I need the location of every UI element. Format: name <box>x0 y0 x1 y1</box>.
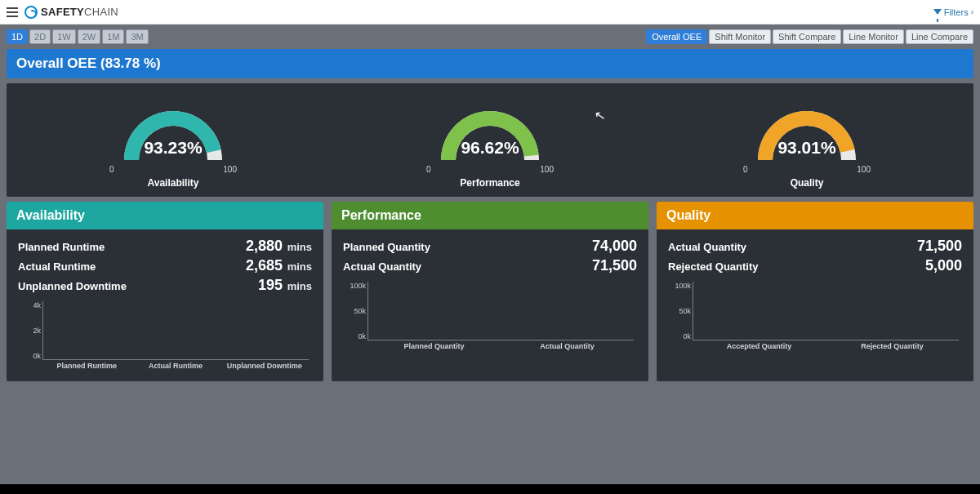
gauge-availability: 93.23% 0100 Availability <box>100 95 247 189</box>
gauge-max: 100 <box>223 165 237 174</box>
stat-label: Unplanned Downtime <box>18 280 127 292</box>
brand-text-1: SAFETY <box>41 6 84 18</box>
svg-text:93.23%: 93.23% <box>144 138 203 157</box>
gauge-max: 100 <box>540 165 554 174</box>
gauge-max: 100 <box>857 165 871 174</box>
filters-label: Filters <box>944 7 969 17</box>
panel-availability: Availability Planned Runtime2,880 minsAc… <box>7 202 323 381</box>
chart-quality: 100k50k0kAccepted QuantityRejected Quant… <box>668 282 962 355</box>
gauge-quality: 93.01% 0100 Quality <box>733 95 880 189</box>
stat-label: Planned Runtime <box>18 241 105 253</box>
top-bar: SAFETYCHAIN Filters › <box>0 0 980 24</box>
stat-label: Rejected Quantity <box>668 260 759 273</box>
stat-value: 5,000 <box>925 257 962 274</box>
range-3M[interactable]: 3M <box>126 29 148 44</box>
tab-shift-monitor[interactable]: Shift Monitor <box>709 29 771 44</box>
stat-row: Actual Quantity71,500 <box>668 238 962 255</box>
stat-label: Actual Runtime <box>18 260 96 273</box>
filters-button[interactable]: Filters › <box>933 7 973 17</box>
stat-label: Actual Quantity <box>343 260 421 273</box>
range-1M[interactable]: 1M <box>102 29 124 44</box>
overall-oee-value: 83.78 % <box>105 56 156 71</box>
panel-performance: Performance Planned Quantity74,000Actual… <box>332 202 648 381</box>
stat-value: 74,000 <box>592 238 637 254</box>
gauge-quality-svg: 93.01% <box>742 95 872 168</box>
panel-performance-header: Performance <box>332 202 648 229</box>
brand-text-2: CHAIN <box>84 6 118 18</box>
chart-x-axis: Planned RuntimeActual RuntimeUnplanned D… <box>42 362 309 375</box>
chart-y-axis: 4k2k0k <box>18 301 41 360</box>
gauge-min: 0 <box>426 165 431 174</box>
stat-row: Planned Runtime2,880 mins <box>18 238 312 255</box>
filter-icon <box>933 9 942 15</box>
chart-performance: 100k50k0kPlanned QuantityActual Quantity <box>343 282 637 355</box>
stat-unit: mins <box>284 260 312 273</box>
brand-logo: SAFETYCHAIN <box>24 6 118 19</box>
stat-value: 71,500 <box>592 257 637 274</box>
svg-text:96.62%: 96.62% <box>461 138 519 157</box>
gauge-availability-label: Availability <box>100 177 247 189</box>
chart-x-axis: Planned QuantityActual Quantity <box>368 342 634 355</box>
tab-line-monitor[interactable]: Line Monitor <box>843 29 904 44</box>
detail-panels: Availability Planned Runtime2,880 minsAc… <box>7 202 973 381</box>
stat-label: Planned Quantity <box>343 241 430 253</box>
gauge-availability-svg: 93.23% <box>108 95 238 168</box>
tab-overall-oee[interactable]: Overall OEE <box>646 29 707 44</box>
gauge-performance-svg: 96.62% <box>425 95 555 168</box>
stat-value: 2,880 <box>246 238 283 254</box>
menu-icon[interactable] <box>7 7 18 17</box>
chart-y-axis: 100k50k0k <box>343 282 366 340</box>
stat-row: Actual Quantity71,500 <box>343 257 637 274</box>
stat-unit: mins <box>284 280 312 292</box>
chart-x-axis: Accepted QuantityRejected Quantity <box>693 342 959 355</box>
overall-oee-banner: Overall OEE (83.78 %) <box>7 49 973 78</box>
stat-row: Actual Runtime2,685 mins <box>18 257 312 274</box>
cursor-icon: ↖ <box>593 107 606 124</box>
gauge-quality-label: Quality <box>733 177 880 189</box>
stat-value: 2,685 <box>246 257 283 274</box>
range-2D[interactable]: 2D <box>29 29 51 44</box>
stat-unit: mins <box>284 241 312 253</box>
svg-text:93.01%: 93.01% <box>777 138 836 157</box>
stat-label: Actual Quantity <box>668 241 746 253</box>
stat-row: Planned Quantity74,000 <box>343 238 637 255</box>
tab-line-compare[interactable]: Line Compare <box>906 29 973 44</box>
panel-quality-header: Quality <box>657 202 973 229</box>
stat-row: Unplanned Downtime195 mins <box>18 277 312 294</box>
gauge-min: 0 <box>109 165 114 174</box>
brand-mark-icon <box>24 6 38 19</box>
footer-strip <box>0 484 980 494</box>
time-range-group: 1D2D1W2W1M3M <box>7 29 149 44</box>
view-tab-group: Overall OEEShift MonitorShift CompareLin… <box>646 29 973 44</box>
panel-availability-header: Availability <box>7 202 323 229</box>
stat-row: Rejected Quantity5,000 <box>668 257 962 274</box>
gauge-min: 0 <box>743 165 748 174</box>
gauges-row: ↖ 93.23% 0100 Availability 96.62% 0100 P… <box>7 83 973 197</box>
chart-availability: 4k2k0kPlanned RuntimeActual RuntimeUnpla… <box>18 301 312 375</box>
dashboard-area: 1D2D1W2W1M3M Overall OEEShift MonitorShi… <box>0 24 980 484</box>
stat-value: 195 <box>258 277 283 293</box>
chevron-right-icon: › <box>971 7 973 16</box>
panel-quality: Quality Actual Quantity71,500Rejected Qu… <box>657 202 973 381</box>
chart-y-axis: 100k50k0k <box>668 282 691 340</box>
range-1W[interactable]: 1W <box>52 29 76 44</box>
gauge-performance-label: Performance <box>416 177 564 189</box>
stat-value: 71,500 <box>917 238 962 254</box>
overall-oee-label: Overall OEE <box>16 56 96 71</box>
range-1D[interactable]: 1D <box>7 29 28 44</box>
range-2W[interactable]: 2W <box>78 29 101 44</box>
tab-shift-compare[interactable]: Shift Compare <box>773 29 841 44</box>
gauge-performance: 96.62% 0100 Performance <box>416 95 564 189</box>
